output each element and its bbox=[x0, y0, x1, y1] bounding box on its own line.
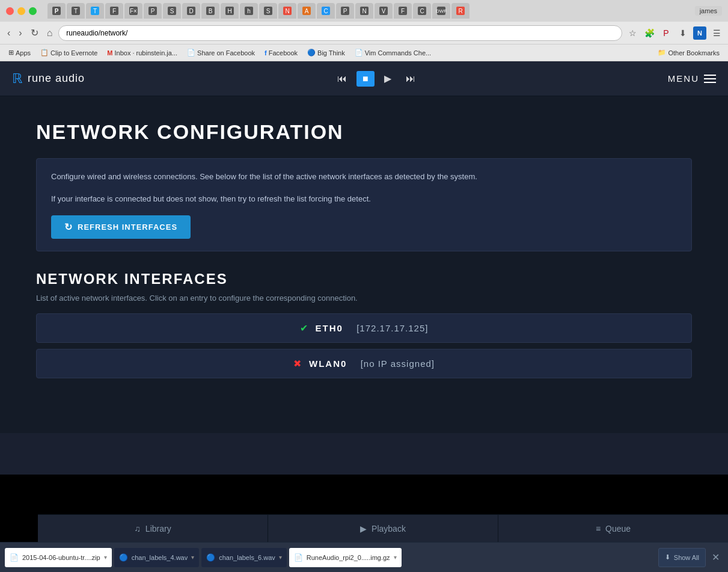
rune-logo-icon: ℝ bbox=[12, 71, 23, 87]
app-logo-text: rune audio bbox=[28, 72, 85, 85]
close-downloads-bar-button[interactable]: ✕ bbox=[708, 552, 723, 563]
menu-area: MENU bbox=[668, 73, 716, 84]
playback-tab-label: Playback bbox=[372, 524, 406, 534]
download-dropdown-icon[interactable]: ▾ bbox=[279, 554, 282, 561]
pinterest-icon[interactable]: P bbox=[659, 26, 673, 40]
browser-tab[interactable]: T bbox=[86, 3, 104, 19]
browser-toolbar: ‹ › ↻ ⌂ ☆ 🧩 P ⬇ N ☰ bbox=[0, 22, 728, 45]
back-button[interactable]: ‹ bbox=[5, 26, 13, 40]
bigthink-icon: 🔵 bbox=[307, 49, 316, 57]
menu-label: MENU bbox=[668, 73, 699, 84]
browser-tab[interactable]: C bbox=[413, 3, 431, 19]
browser-tab[interactable]: T bbox=[67, 3, 85, 19]
library-icon: ♫ bbox=[134, 524, 141, 534]
refresh-interfaces-button[interactable]: ↻ REFRESH INTERFACES bbox=[51, 215, 191, 239]
taskbar-library-tab[interactable]: ♫ Library bbox=[38, 515, 268, 542]
app-logo: ℝ rune audio bbox=[12, 71, 85, 87]
minimize-window-button[interactable] bbox=[17, 7, 25, 15]
skip-back-button[interactable]: ⏮ bbox=[332, 71, 352, 87]
browser-tab[interactable]: S bbox=[163, 3, 181, 19]
browser-tab[interactable]: S bbox=[259, 3, 277, 19]
download-img[interactable]: 📄 RuneAudio_rpi2_0.....img.gz ▾ bbox=[289, 548, 402, 567]
taskbar-playback-tab[interactable]: ▶ Playback bbox=[268, 515, 498, 542]
download-zip[interactable]: 📄 2015-04-06-ubuntu-tr....zip ▾ bbox=[5, 548, 112, 567]
forward-button[interactable]: › bbox=[16, 26, 24, 40]
show-all-label: Show All bbox=[674, 554, 699, 561]
browser-tab[interactable]: N bbox=[278, 3, 296, 19]
download-audio2[interactable]: 🔵 chan_labels_6.wav ▾ bbox=[201, 548, 287, 567]
download-dropdown-icon[interactable]: ▾ bbox=[191, 554, 194, 561]
play-button[interactable]: ▶ bbox=[379, 70, 396, 87]
download-zip-name: 2015-04-06-ubuntu-tr....zip bbox=[22, 554, 100, 561]
app-header: ℝ rune audio ⏮ ■ ▶ ⏭ MENU bbox=[0, 61, 728, 96]
playback-icon: ▶ bbox=[360, 524, 367, 534]
close-window-button[interactable] bbox=[6, 7, 14, 15]
extension-icon[interactable]: 🧩 bbox=[643, 26, 656, 40]
download-img-name: RuneAudio_rpi2_0.....img.gz bbox=[307, 554, 390, 561]
refresh-icon: ↻ bbox=[64, 221, 73, 233]
status-ok-icon: ✔ bbox=[300, 322, 308, 334]
pocket-icon[interactable]: ⬇ bbox=[676, 26, 690, 40]
hamburger-button[interactable] bbox=[704, 75, 716, 83]
browser-tab[interactable]: N bbox=[355, 3, 373, 19]
hamburger-line bbox=[704, 78, 716, 79]
browser-tab[interactable]: C bbox=[317, 3, 335, 19]
info-text-line2: If your interface is connected but does … bbox=[51, 193, 677, 206]
browser-tab[interactable]: P bbox=[47, 3, 66, 19]
traffic-lights bbox=[6, 7, 37, 15]
skip-forward-button[interactable]: ⏭ bbox=[401, 71, 420, 87]
browser-tab[interactable]: F bbox=[105, 3, 123, 19]
browser-tab[interactable]: A bbox=[298, 3, 316, 19]
browser-tab[interactable]: V bbox=[375, 3, 393, 19]
taskbar-queue-tab[interactable]: ≡ Queue bbox=[498, 515, 728, 542]
bookmark-apps[interactable]: ⊞ Apps bbox=[5, 48, 34, 58]
browser-tab[interactable]: F bbox=[394, 3, 412, 19]
audio-file-icon: 🔵 bbox=[206, 553, 215, 562]
page-title: NETWORK CONFIGURATION bbox=[36, 120, 692, 144]
download-dropdown-icon[interactable]: ▾ bbox=[104, 554, 107, 561]
reload-button[interactable]: ↻ bbox=[28, 26, 41, 40]
bookmark-star-icon[interactable]: ☆ bbox=[626, 26, 639, 40]
browser-tab[interactable]: D bbox=[182, 3, 200, 19]
notability-icon[interactable]: N bbox=[693, 26, 706, 40]
browser-tab[interactable]: F× bbox=[124, 3, 142, 19]
home-button[interactable]: ⌂ bbox=[44, 26, 55, 40]
interface-eth0[interactable]: ✔ ETH0 [172.17.17.125] bbox=[36, 313, 692, 343]
bookmark-vim[interactable]: 📄 Vim Commands Che... bbox=[351, 48, 435, 58]
img-file-icon: 📄 bbox=[294, 553, 303, 562]
browser-tab[interactable]: P bbox=[336, 3, 354, 19]
menu-icon[interactable]: ☰ bbox=[710, 26, 723, 40]
wlan0-ip: [no IP assigned] bbox=[354, 358, 435, 369]
browser-tab[interactable]: H bbox=[221, 3, 239, 19]
address-bar[interactable] bbox=[58, 25, 622, 41]
browser-tab[interactable]: h bbox=[240, 3, 258, 19]
wlan0-name: WLAN0 bbox=[309, 358, 347, 369]
browser-tab[interactable]: B bbox=[201, 3, 219, 19]
evernote-icon: 📋 bbox=[40, 49, 49, 57]
library-tab-label: Library bbox=[145, 524, 171, 534]
bookmark-evernote[interactable]: 📋 Clip to Evernote bbox=[37, 48, 101, 58]
bookmark-share-facebook[interactable]: 📄 Share on Facebook bbox=[183, 48, 258, 58]
download-dropdown-icon[interactable]: ▾ bbox=[394, 554, 397, 561]
apps-icon: ⊞ bbox=[8, 49, 14, 57]
download-icon-small: ⬇ bbox=[665, 553, 670, 561]
bookmark-bigthink[interactable]: 🔵 Big Think bbox=[304, 48, 349, 58]
browser-user-label: james bbox=[695, 6, 722, 16]
interface-wlan0[interactable]: ✖ WLAN0 [no IP assigned] bbox=[36, 349, 692, 378]
taskbar: ♫ Library ▶ Playback ≡ Queue bbox=[38, 514, 728, 542]
download-audio1[interactable]: 🔵 chan_labels_4.wav ▾ bbox=[114, 548, 200, 567]
stop-button[interactable]: ■ bbox=[356, 71, 375, 87]
bookmark-facebook[interactable]: f Facebook bbox=[261, 48, 301, 58]
show-all-button[interactable]: ⬇ Show All bbox=[658, 548, 706, 567]
browser-tab[interactable]: R bbox=[451, 3, 470, 19]
folder-icon: 📁 bbox=[658, 49, 666, 57]
browser-tab[interactable]: DWF bbox=[432, 3, 450, 19]
bookmark-inbox[interactable]: M Inbox · rubinstein.ja... bbox=[103, 48, 181, 58]
browser-tab[interactable]: P bbox=[144, 3, 162, 19]
bookmark-other[interactable]: 📁 Other Bookmarks bbox=[654, 48, 723, 58]
maximize-window-button[interactable] bbox=[29, 7, 37, 15]
eth0-ip: [172.17.17.125] bbox=[350, 323, 429, 333]
vim-icon: 📄 bbox=[355, 49, 363, 57]
download-audio2-name: chan_labels_6.wav bbox=[219, 554, 275, 561]
hamburger-line bbox=[704, 75, 716, 76]
